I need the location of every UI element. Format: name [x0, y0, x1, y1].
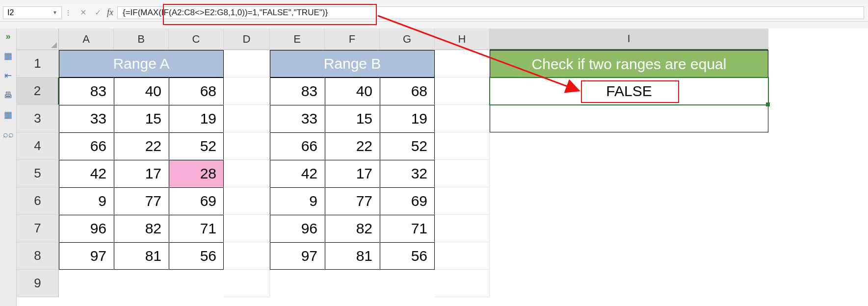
empty-cell[interactable]	[224, 160, 270, 187]
col-header-E[interactable]: E	[270, 28, 325, 50]
cell-aA4[interactable]: 66	[59, 132, 114, 160]
cell-aB5[interactable]: 17	[114, 160, 169, 187]
empty-cell[interactable]	[224, 105, 270, 132]
formula-input[interactable]: {=IF(MAX(IF(A2:C8<>E2:G8,1,0))=1,"FALSE"…	[117, 6, 864, 19]
rail-tool-4-icon[interactable]: ▦	[3, 109, 14, 120]
cell-aB7[interactable]: 82	[114, 215, 169, 242]
range-a-header: Range A	[59, 50, 224, 77]
col-header-C[interactable]: C	[169, 28, 224, 50]
empty-cell[interactable]	[435, 242, 490, 270]
row-header-8[interactable]: 8	[17, 242, 59, 270]
empty-cell[interactable]	[224, 132, 270, 160]
row-header-2[interactable]: 2	[17, 77, 59, 105]
cell-bE5[interactable]: 42	[270, 160, 325, 187]
name-box-value: I2	[7, 8, 14, 17]
col-header-B[interactable]: B	[114, 28, 169, 50]
cell-aC6[interactable]: 69	[169, 187, 224, 215]
cell-bG6[interactable]: 69	[380, 187, 435, 215]
row-header-6[interactable]: 6	[17, 187, 59, 215]
cell-aB2[interactable]: 40	[114, 77, 169, 105]
col-header-F[interactable]: F	[325, 28, 380, 50]
cell-aA6[interactable]: 9	[59, 187, 114, 215]
cell-bG2[interactable]: 68	[380, 77, 435, 105]
row-header-4[interactable]: 4	[17, 132, 59, 160]
empty-cell[interactable]	[224, 77, 270, 105]
cell-I2[interactable]: FALSE	[490, 77, 768, 105]
row-header-3[interactable]: 3	[17, 105, 59, 132]
cell-bF3[interactable]: 15	[325, 105, 380, 132]
fx-icon[interactable]: fx	[107, 7, 113, 18]
empty-cell[interactable]	[224, 270, 270, 297]
rail-tool-2-icon[interactable]: ⇤	[3, 70, 14, 81]
cell-bG7[interactable]: 71	[380, 215, 435, 242]
cell-bF5[interactable]: 17	[325, 160, 380, 187]
cell-aC5[interactable]: 28	[169, 160, 224, 187]
app-window: I2 ▼ ⋮ ✕ ✓ fx {=IF(MAX(IF(A2:C8<>E2:G8,1…	[0, 0, 868, 306]
cell-aA7[interactable]: 96	[59, 215, 114, 242]
rail-tool-1-icon[interactable]: ▦	[3, 51, 14, 61]
empty-cell[interactable]	[224, 242, 270, 270]
cell-aC8[interactable]: 56	[169, 242, 224, 270]
row-header-7[interactable]: 7	[17, 215, 59, 242]
cell-aA5[interactable]: 42	[59, 160, 114, 187]
empty-cell[interactable]	[224, 215, 270, 242]
cell-aC2[interactable]: 68	[169, 77, 224, 105]
cell-bF7[interactable]: 82	[325, 215, 380, 242]
cell-aB8[interactable]: 81	[114, 242, 169, 270]
empty-cell[interactable]	[435, 270, 490, 297]
rail-tool-5-icon[interactable]: ⌕⌕	[3, 129, 14, 140]
column-headers: ABCDEFGHI	[59, 28, 768, 50]
name-box[interactable]: I2 ▼	[3, 6, 62, 19]
cell-bF8[interactable]: 81	[325, 242, 380, 270]
cell-bG4[interactable]: 52	[380, 132, 435, 160]
cell-aA8[interactable]: 97	[59, 242, 114, 270]
cell-bG5[interactable]: 32	[380, 160, 435, 187]
cell-aB3[interactable]: 15	[114, 105, 169, 132]
row-header-5[interactable]: 5	[17, 160, 59, 187]
cell-bE7[interactable]: 96	[270, 215, 325, 242]
empty-cell[interactable]	[435, 187, 490, 215]
cell-bF2[interactable]: 40	[325, 77, 380, 105]
cell-aC7[interactable]: 71	[169, 215, 224, 242]
spreadsheet-grid[interactable]: ABCDEFGHI 123456789 Range ARange BCheck …	[17, 28, 868, 306]
cell-bE3[interactable]: 33	[270, 105, 325, 132]
cell-bE2[interactable]: 83	[270, 77, 325, 105]
empty-cell[interactable]	[435, 160, 490, 187]
cell-I3[interactable]	[490, 105, 768, 132]
cancel-formula-icon[interactable]: ✕	[77, 6, 89, 19]
col-header-A[interactable]: A	[59, 28, 114, 50]
cell-aA3[interactable]: 33	[59, 105, 114, 132]
formula-bar-drag-icon[interactable]: ⋮	[65, 9, 73, 17]
cell-bF6[interactable]: 77	[325, 187, 380, 215]
cell-bE6[interactable]: 9	[270, 187, 325, 215]
cell-bF4[interactable]: 22	[325, 132, 380, 160]
cell-bE8[interactable]: 97	[270, 242, 325, 270]
expand-panel-icon[interactable]: »	[3, 31, 14, 42]
range-b-header: Range B	[270, 50, 435, 77]
cell-aA2[interactable]: 83	[59, 77, 114, 105]
col-header-G[interactable]: G	[380, 28, 435, 50]
check-header: Check if two ranges are equal	[490, 50, 768, 77]
cell-aC3[interactable]: 19	[169, 105, 224, 132]
empty-cell[interactable]	[435, 77, 490, 105]
name-box-dropdown-icon[interactable]: ▼	[53, 10, 57, 15]
cell-aB6[interactable]: 77	[114, 187, 169, 215]
cell-bG3[interactable]: 19	[380, 105, 435, 132]
empty-cell[interactable]	[435, 132, 490, 160]
cell-bE4[interactable]: 66	[270, 132, 325, 160]
cell-aB4[interactable]: 22	[114, 132, 169, 160]
cell-aC4[interactable]: 52	[169, 132, 224, 160]
row-header-9[interactable]: 9	[17, 270, 59, 297]
col-header-I[interactable]: I	[490, 28, 768, 50]
col-header-D[interactable]: D	[224, 28, 270, 50]
accept-formula-icon[interactable]: ✓	[91, 6, 104, 19]
select-all-corner[interactable]	[17, 28, 59, 50]
row-header-1[interactable]: 1	[17, 50, 59, 77]
empty-cell[interactable]	[224, 187, 270, 215]
cell-bG8[interactable]: 56	[380, 242, 435, 270]
empty-cell[interactable]	[435, 215, 490, 242]
formula-text: {=IF(MAX(IF(A2:C8<>E2:G8,1,0))=1,"FALSE"…	[123, 8, 328, 18]
empty-cell[interactable]	[435, 105, 490, 132]
rail-tool-3-icon[interactable]: 🖶	[3, 90, 14, 101]
col-header-H[interactable]: H	[435, 28, 490, 50]
